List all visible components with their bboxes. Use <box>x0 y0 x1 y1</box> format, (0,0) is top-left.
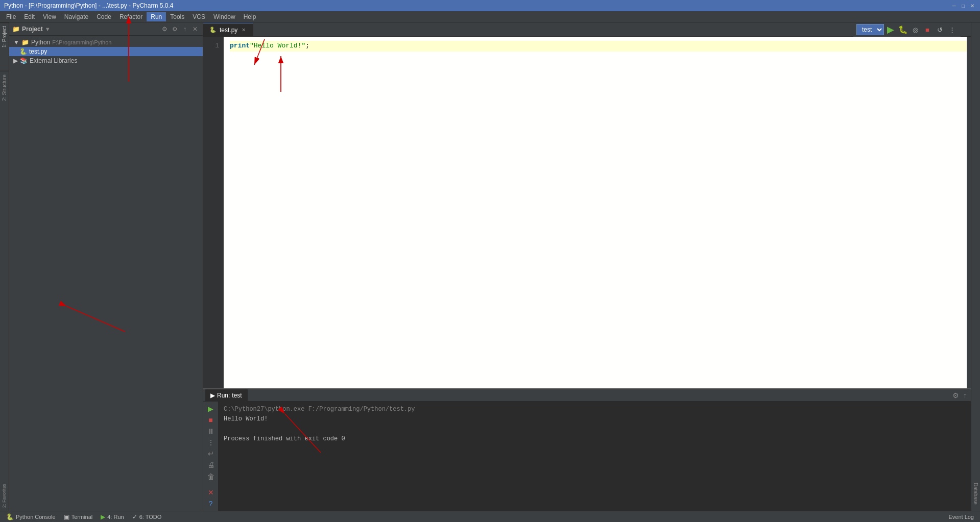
status-event-log[interactable]: Event Log <box>946 514 976 520</box>
status-terminal[interactable]: ▣ Terminal <box>62 513 95 520</box>
menu-bar: File Edit View Navigate Code Refactor Ru… <box>0 11 980 22</box>
close-button[interactable]: ✕ <box>969 2 976 9</box>
run-clear-btn[interactable]: 🗑 <box>205 471 217 481</box>
semicolon: ; <box>305 41 309 52</box>
run-tab-label: Run: <box>217 392 230 399</box>
tree-root-python[interactable]: ▼ 📁 Python F:\Programming\Python <box>9 38 203 47</box>
minimize-button[interactable]: ─ <box>950 2 958 9</box>
run-status-label: 4: Run <box>107 514 124 520</box>
run-status-icon: ▶ <box>101 513 105 520</box>
run-wrap-btn[interactable]: ↵ <box>205 449 217 459</box>
menu-vcs[interactable]: VCS <box>188 12 209 21</box>
favorites-tab[interactable]: 2: Favorites <box>0 481 9 511</box>
event-log-label: Event Log <box>948 514 974 520</box>
tab-testpy[interactable]: 🐍 test.py ✕ <box>203 23 253 36</box>
bottom-restore-btn[interactable]: ↑ <box>961 391 969 400</box>
status-bar-right: Event Log <box>946 514 976 520</box>
debug-button[interactable]: 🐛 <box>897 24 909 35</box>
python-console-label: Python Console <box>16 514 56 520</box>
menu-code[interactable]: Code <box>92 12 115 21</box>
project-tree: ▼ 📁 Python F:\Programming\Python 🐍 test.… <box>9 36 203 511</box>
right-panel: Database <box>971 22 980 511</box>
panel-close-btn[interactable]: ✕ <box>190 24 200 34</box>
tab-testpy-label: test.py <box>220 27 237 34</box>
run-output: C:\Python27\python.exe F:/Programming/Py… <box>219 402 971 511</box>
tree-root-path: F:\Programming\Python <box>52 39 111 45</box>
run-help-btn[interactable]: ? <box>205 499 217 509</box>
menu-tools[interactable]: Tools <box>166 12 188 21</box>
right-gutter <box>967 37 971 388</box>
more-btn[interactable]: ⋮ <box>946 24 958 35</box>
menu-navigate[interactable]: Navigate <box>60 12 92 21</box>
panel-expand-btn[interactable]: ↑ <box>180 24 189 34</box>
run-command-line: C:\Python27\python.exe F:/Programming/Py… <box>224 405 966 414</box>
expand-icon-ext: ▶ <box>13 57 18 64</box>
run-close-btn[interactable]: ✕ <box>205 487 217 498</box>
run-button[interactable]: ▶ <box>885 24 896 35</box>
stop-button[interactable]: ■ <box>922 24 933 35</box>
bottom-settings-icon[interactable]: ⚙ <box>950 391 961 400</box>
run-print-btn[interactable]: 🖨 <box>205 460 217 470</box>
rerun-btn[interactable]: ↺ <box>934 24 945 35</box>
project-icon: 📁 <box>12 26 20 33</box>
run-pause-btn[interactable]: ⏸ <box>205 426 217 436</box>
keyword-print: print <box>230 41 250 52</box>
stop-run-btn[interactable]: ■ <box>205 415 217 425</box>
run-with-coverage-btn[interactable]: ◎ <box>910 24 921 35</box>
status-run[interactable]: ▶ 4: Run <box>99 513 126 520</box>
project-panel-header: 📁 Project ▼ ⚙ ⚙ ↑ ✕ <box>9 22 203 36</box>
panel-dropdown[interactable]: ▼ <box>45 26 51 32</box>
status-python-console[interactable]: 🐍 Python Console <box>4 513 58 520</box>
tree-file-testpy[interactable]: 🐍 test.py <box>9 47 203 56</box>
menu-help[interactable]: Help <box>240 12 260 21</box>
tab-close-btn[interactable]: ✕ <box>241 27 247 33</box>
status-bar: 🐍 Python Console ▣ Terminal ▶ 4: Run ✓ 6… <box>0 511 980 522</box>
run-status-line: Process finished with exit code 0 <box>224 434 966 444</box>
code-content[interactable]: print"Hello World!"; <box>224 37 967 388</box>
status-bar-left: 🐍 Python Console ▣ Terminal ▶ 4: Run ✓ 6… <box>4 513 163 520</box>
left-tab-structure[interactable]: 2: Structure <box>0 71 9 104</box>
run-scroll-btn[interactable]: ⋮ <box>205 437 217 448</box>
tree-file-label: test.py <box>29 48 47 55</box>
left-tab-project[interactable]: 1: Project <box>0 22 9 51</box>
status-todo[interactable]: ✓ 6: TODO <box>130 513 164 520</box>
tab-python-icon: 🐍 <box>209 27 217 33</box>
code-editor: 1 print"Hello World!"; <box>203 37 971 388</box>
tree-ext-lib-label: External Libraries <box>30 57 77 64</box>
run-config-dropdown[interactable]: test <box>856 24 884 35</box>
run-output-line: Hello World! <box>224 414 966 424</box>
title-bar: Python - [F:\Programming\Python] - ...\t… <box>0 0 980 11</box>
bottom-tab-run[interactable]: ▶ Run: test <box>205 389 248 402</box>
tree-external-libraries[interactable]: ▶ 📚 External Libraries <box>9 56 203 65</box>
panel-actions: ⚙ ⚙ ↑ ✕ <box>160 24 200 34</box>
expand-icon: ▼ <box>13 39 19 46</box>
todo-icon: ✓ <box>132 513 137 520</box>
menu-run[interactable]: Run <box>147 12 166 21</box>
line-number-1: 1 <box>203 41 219 52</box>
code-line-1: print"Hello World!"; <box>230 41 967 52</box>
menu-window[interactable]: Window <box>209 12 240 21</box>
bottom-panel: ▶ Run: test ⚙ ↑ ▶ ■ ⏸ ⋮ ↵ <box>203 388 971 511</box>
folder-icon: 📁 <box>21 39 29 46</box>
string-value: "Hello World!" <box>250 41 305 52</box>
run-tab-icon: ▶ <box>210 392 215 399</box>
database-tab[interactable]: Database <box>971 479 980 509</box>
terminal-label: Terminal <box>71 514 93 520</box>
ext-lib-icon: 📚 <box>20 57 28 64</box>
run-tab-config: test <box>232 392 242 399</box>
run-left-actions: ▶ ■ ⏸ ⋮ ↵ 🖨 🗑 ✕ ? <box>203 402 219 511</box>
menu-file[interactable]: File <box>2 12 20 21</box>
bottom-panel-controls: ⚙ ↑ <box>950 391 969 400</box>
bottom-tab-group: ▶ Run: test <box>205 389 248 402</box>
maximize-button[interactable]: □ <box>960 2 967 9</box>
panel-settings-btn[interactable]: ⚙ <box>170 24 179 34</box>
tree-root-label: Python <box>31 39 50 46</box>
todo-label: 6: TODO <box>139 514 162 520</box>
menu-refactor[interactable]: Refactor <box>115 12 147 21</box>
menu-edit[interactable]: Edit <box>20 12 39 21</box>
panel-sync-btn[interactable]: ⚙ <box>160 24 169 34</box>
run-again-btn[interactable]: ▶ <box>205 404 217 414</box>
terminal-icon: ▣ <box>64 513 69 520</box>
python-console-icon: 🐍 <box>6 513 14 520</box>
menu-view[interactable]: View <box>39 12 60 21</box>
